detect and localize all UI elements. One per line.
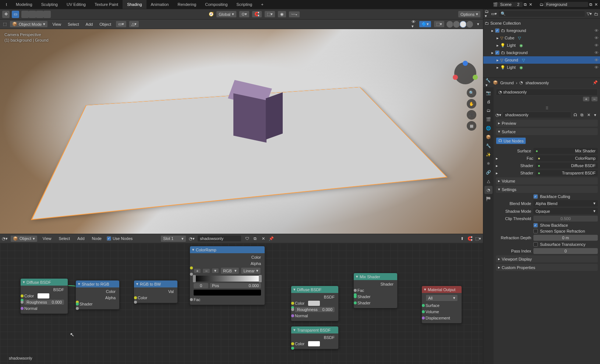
shading-wireframe[interactable] bbox=[446, 21, 453, 28]
shading-dropdown-icon[interactable]: ▾ bbox=[476, 22, 481, 27]
node-transparent-bsdf[interactable]: ▾ Transparent BSDF BSDF Color bbox=[291, 326, 339, 349]
colorramp-remove[interactable]: − bbox=[202, 268, 210, 273]
material-sphere-icon[interactable]: ◔▾ bbox=[189, 236, 194, 241]
proportional-dropdown[interactable]: 〰▾ bbox=[289, 11, 300, 18]
visibility-eye-icon[interactable]: 👁 bbox=[594, 36, 599, 40]
ne-overlay-icon[interactable]: ⬚▾ bbox=[476, 236, 481, 241]
node-color-ramp[interactable]: ▾ ColorRamp Color Alpha + − ▾ RGB▾ Linea… bbox=[190, 246, 265, 305]
cursor-tool-button[interactable]: ✥ bbox=[2, 11, 10, 18]
prop-tab-material[interactable]: ◔ bbox=[484, 186, 493, 194]
tab-compositing[interactable]: Compositing bbox=[201, 0, 232, 9]
panel-preview[interactable]: ▸ Preview bbox=[496, 120, 598, 127]
node-editor-canvas[interactable]: ▾ Diffuse BSDF BSDF Color Roughness0.000… bbox=[0, 243, 483, 364]
prop-backface-culling[interactable]: Backface Culling bbox=[496, 194, 598, 199]
properties-type-icon[interactable]: 🔧▾ bbox=[486, 80, 491, 85]
tab-layout[interactable]: t bbox=[1, 0, 11, 9]
zoom-icon[interactable]: 🔍 bbox=[467, 88, 476, 98]
copy-scene-icon[interactable]: ⧉ bbox=[523, 2, 528, 7]
material-browse-icon[interactable]: ◔▾ bbox=[496, 112, 501, 117]
prop-surface-shader[interactable]: Surface ● Mix Shader bbox=[496, 148, 598, 154]
ne-menu-node[interactable]: Node bbox=[90, 236, 104, 241]
visibility-eye-icon[interactable]: 👁 bbox=[594, 50, 599, 55]
ne-menu-select[interactable]: Select bbox=[56, 236, 72, 241]
panel-viewport-display[interactable]: ▸ Viewport Display bbox=[496, 255, 598, 262]
prop-tab-render[interactable]: 📷 bbox=[484, 89, 493, 97]
use-nodes-button[interactable]: ☊Use Nodes bbox=[496, 137, 526, 144]
perspective-icon[interactable]: ▦ bbox=[467, 121, 476, 131]
node-shader-to-rgb[interactable]: ▾ Shader to RGB Color Alpha Shader bbox=[75, 280, 120, 310]
prop-tab-viewlayer[interactable]: 🗂 bbox=[484, 106, 493, 114]
add-workspace-button[interactable]: + bbox=[257, 0, 268, 9]
menu-select[interactable]: Select bbox=[66, 22, 81, 26]
tree-item-light[interactable]: ▸💡Light◉👁 bbox=[483, 64, 600, 71]
outliner-display-icon[interactable]: ▭▾ bbox=[491, 11, 497, 17]
tab-sculpting[interactable]: Sculpting bbox=[37, 0, 62, 9]
prop-tab-constraints[interactable]: 🔗 bbox=[484, 168, 493, 176]
overlay-toggle[interactable]: ⬚▾ bbox=[434, 21, 445, 28]
prop-tab-texture[interactable]: 🏁 bbox=[484, 195, 493, 203]
visibility-eye-icon[interactable]: 👁 bbox=[594, 65, 599, 70]
tab-animation[interactable]: Animation bbox=[147, 0, 173, 9]
node-diffuse-bsdf-2[interactable]: ▾ Diffuse BSDF BSDF Color Roughness0.000… bbox=[291, 286, 339, 321]
outliner-tree[interactable]: 🗀Scene Collection ▸🗀foreground👁▸▽Cube▽👁▸… bbox=[483, 19, 600, 78]
scene-count[interactable]: 2 bbox=[514, 2, 523, 7]
tree-scene-collection[interactable]: 🗀Scene Collection bbox=[483, 20, 600, 27]
ne-snap-icon[interactable]: 🧲 bbox=[467, 236, 473, 241]
node-material-output[interactable]: ▾ Material Output All▾ Surface Volume Di… bbox=[421, 286, 462, 324]
select-mode-3[interactable] bbox=[36, 11, 43, 18]
outliner-type-icon[interactable]: 🗂▾ bbox=[485, 11, 490, 17]
pan-icon[interactable]: ✋ bbox=[467, 99, 476, 109]
proportional-toggle[interactable]: ◉ bbox=[278, 11, 286, 18]
material-copy-icon[interactable]: ⧉ bbox=[253, 236, 258, 241]
prop-tab-scene[interactable]: 🎬 bbox=[484, 115, 493, 123]
collection-vis-dropdown[interactable]: ▭▾ bbox=[116, 21, 127, 28]
delete-layer-icon[interactable]: ✕ bbox=[593, 2, 599, 7]
material-unlink-icon[interactable]: ✕ bbox=[586, 112, 591, 117]
prop-blend-mode[interactable]: Blend Mode Alpha Blend▾ bbox=[496, 200, 598, 206]
node-editor-type-icon[interactable]: ◔▾ bbox=[2, 236, 7, 241]
tree-item-ground[interactable]: ▸▽Ground▽👁 bbox=[483, 56, 600, 64]
prop-tab-world[interactable]: 🌐 bbox=[484, 124, 493, 132]
ne-up-icon[interactable]: ⬆ bbox=[459, 236, 465, 241]
prop-tab-mesh[interactable]: △ bbox=[484, 177, 493, 185]
ne-menu-view[interactable]: View bbox=[40, 236, 54, 241]
viewlayer-selector[interactable]: Foreground bbox=[544, 2, 588, 7]
tab-scripting[interactable]: Scripting bbox=[232, 0, 257, 9]
menu-add[interactable]: Add bbox=[84, 22, 95, 26]
tab-shading[interactable]: Shading bbox=[123, 0, 146, 9]
copy-layer-icon[interactable]: ⧉ bbox=[588, 2, 593, 7]
colorramp-gradient[interactable] bbox=[194, 276, 261, 282]
prop-tab-particles[interactable]: ✨ bbox=[484, 151, 493, 159]
tab-modeling[interactable]: Modeling bbox=[11, 0, 37, 9]
outliner-new-collection-icon[interactable]: 🗀 bbox=[593, 11, 599, 17]
use-nodes-checkbox[interactable]: Use Nodes bbox=[107, 236, 133, 241]
mesh-dropdown[interactable]: △▾ bbox=[129, 21, 139, 28]
outliner-filter-icon[interactable]: ▽▾ bbox=[587, 11, 592, 17]
output-target-dropdown[interactable]: All▾ bbox=[426, 294, 458, 301]
visibility-eye-icon[interactable]: 👁 bbox=[594, 43, 599, 47]
shading-matprev[interactable] bbox=[459, 21, 467, 28]
material-name-field[interactable]: shadowsonly bbox=[197, 235, 241, 242]
colorramp-mode[interactable]: RGB▾ bbox=[220, 267, 240, 274]
colorramp-add[interactable]: + bbox=[194, 268, 201, 273]
colorramp-tools[interactable]: ▾ bbox=[212, 268, 219, 273]
prop-clip-threshold[interactable]: Clip Threshold 0.500 bbox=[496, 216, 598, 222]
panel-settings[interactable]: ▾ Settings bbox=[496, 186, 598, 193]
visibility-eye-icon[interactable]: 👁 bbox=[594, 58, 599, 62]
select-tool-button[interactable]: ▭ bbox=[12, 11, 19, 18]
visibility-eye-icon[interactable]: 👁 bbox=[594, 28, 599, 33]
pivot-dropdown[interactable]: ⊙▾ bbox=[239, 11, 250, 18]
prop-fac[interactable]: ▸Fac ● ColorRamp bbox=[496, 155, 598, 161]
prop-shader-1[interactable]: ▸Shader ● Diffuse BSDF bbox=[496, 163, 598, 169]
tab-rendering[interactable]: Rendering bbox=[173, 0, 201, 9]
node-rgb-to-bw[interactable]: ▾ RGB to BW Val Color bbox=[134, 280, 178, 303]
prop-pass-index[interactable]: Pass Index 0 bbox=[496, 248, 598, 254]
panel-custom-props[interactable]: ▸ Custom Properties bbox=[496, 264, 598, 271]
tree-item-foreground[interactable]: ▸🗀foreground👁 bbox=[483, 27, 600, 34]
snap-dropdown[interactable]: ⬚▾ bbox=[264, 11, 275, 18]
nav-gizmo[interactable] bbox=[454, 62, 476, 84]
colorramp-interp[interactable]: Linear▾ bbox=[241, 267, 261, 274]
prop-subsurface-trans[interactable]: Subsurface Translucency bbox=[496, 242, 598, 247]
panel-surface[interactable]: ▾ Surface bbox=[496, 128, 598, 135]
material-copy-icon-2[interactable]: ⧉ bbox=[579, 112, 585, 117]
